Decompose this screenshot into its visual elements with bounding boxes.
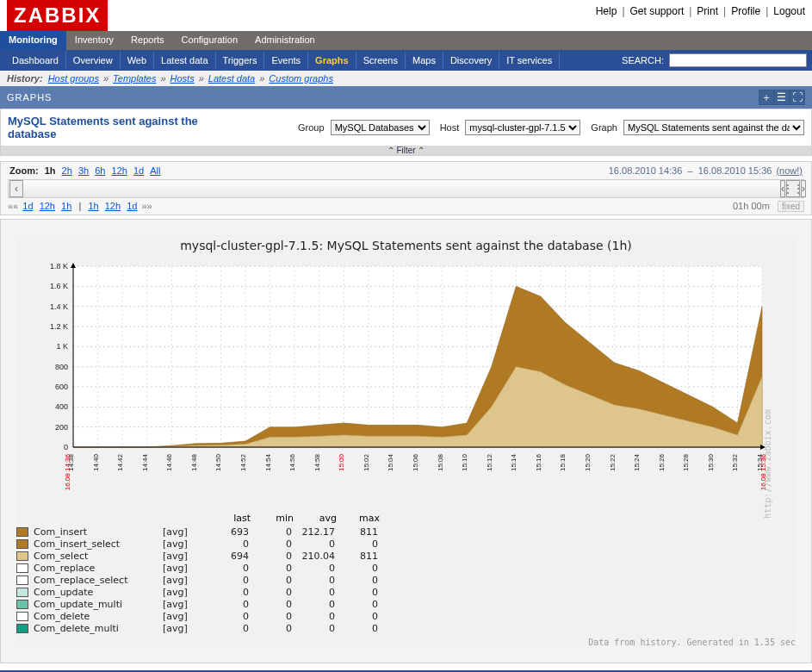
tab-inventory[interactable]: Inventory <box>66 31 122 50</box>
top-link-print[interactable]: Print <box>697 5 718 17</box>
svg-text:200: 200 <box>55 423 68 432</box>
top-link-profile[interactable]: Profile <box>731 5 760 17</box>
zoom-1h[interactable]: 1h <box>45 165 56 176</box>
sub-nav: DashboardOverviewWebLatest dataTriggersE… <box>0 50 812 71</box>
zoom-3h[interactable]: 3h <box>78 165 89 176</box>
history-hosts[interactable]: Hosts <box>170 73 195 84</box>
svg-text:14:50: 14:50 <box>214 453 222 471</box>
host-label: Host <box>440 122 460 133</box>
tab-maps[interactable]: Maps <box>406 52 443 69</box>
time-now[interactable]: (now!) <box>776 165 803 176</box>
legend-row-com_insert: Com_insert [avg] 693 0 212.17 811 <box>16 526 796 538</box>
tab-dashboard[interactable]: Dashboard <box>5 52 66 69</box>
svg-text:14:56: 14:56 <box>288 453 296 471</box>
search-input[interactable] <box>669 53 807 67</box>
tab-latest data[interactable]: Latest data <box>154 52 215 69</box>
watermark: http://www.zabbix.com <box>762 409 772 518</box>
svg-text:14:46: 14:46 <box>165 453 173 471</box>
svg-text:15:08: 15:08 <box>437 453 444 471</box>
tab-monitoring[interactable]: Monitoring <box>0 31 66 50</box>
history-templates[interactable]: Templates <box>113 73 156 84</box>
tab-graphs[interactable]: Graphs <box>308 52 356 69</box>
svg-text:15:00: 15:00 <box>338 453 345 471</box>
nav-prev-12h[interactable]: 12h <box>40 201 55 211</box>
slider-handle-left[interactable]: ‹ <box>9 180 23 197</box>
svg-text:15:28: 15:28 <box>682 453 690 471</box>
legend-row-com_delete: Com_delete [avg] 0 0 0 0 <box>16 610 796 622</box>
nav-next-1d[interactable]: 1d <box>127 201 137 211</box>
nav-next-12h[interactable]: 12h <box>105 201 121 211</box>
tab-overview[interactable]: Overview <box>66 52 121 69</box>
history-latest data[interactable]: Latest data <box>208 73 255 84</box>
slider-handle-grip-3[interactable]: › <box>801 180 806 197</box>
tab-discovery[interactable]: Discovery <box>443 52 499 69</box>
top-link-help[interactable]: Help <box>596 5 617 17</box>
svg-text:16.08 14:36: 16.08 14:36 <box>64 453 71 490</box>
graph-select[interactable]: MySQL Statements sent against the databa… <box>623 120 804 135</box>
host-select[interactable]: mysql-cluster-gpl-7.1.5 <box>465 120 580 135</box>
legend-row-com_select: Com_select [avg] 694 0 210.04 811 <box>16 550 796 562</box>
tab-administration[interactable]: Administration <box>246 31 324 50</box>
tab-triggers[interactable]: Triggers <box>216 52 265 69</box>
svg-text:14:54: 14:54 <box>264 453 272 471</box>
svg-text:15:24: 15:24 <box>633 453 641 471</box>
time-from: 16.08.2010 14:36 <box>609 165 683 176</box>
fullscreen-icon[interactable]: ⛶ <box>790 90 805 105</box>
legend-row-com_update_multi: Com_update_multi [avg] 0 0 0 0 <box>16 598 796 610</box>
duration: 01h 00m <box>733 201 770 211</box>
tab-configuration[interactable]: Configuration <box>173 31 246 50</box>
chart-plot: 02004006008001 K1.2 K1.4 K1.6 K1.8 K14:3… <box>16 261 774 502</box>
time-selector: Zoom: 1h 2h 3h 6h 12h 1d All 16.08.2010 … <box>0 161 812 215</box>
svg-text:14:40: 14:40 <box>92 453 100 471</box>
zoom-1d[interactable]: 1d <box>133 165 144 176</box>
svg-text:15:26: 15:26 <box>658 453 666 471</box>
group-select[interactable]: MySQL Databases <box>331 120 430 135</box>
history-custom graphs[interactable]: Custom graphs <box>269 73 333 84</box>
chart-title: mysql-cluster-gpl-7.1.5: MySQL Statement… <box>16 235 796 261</box>
generation-note: Data from history. Generated in 1.35 sec <box>16 638 796 647</box>
svg-text:1.8 K: 1.8 K <box>50 262 68 271</box>
logo[interactable]: ZABBIX <box>7 0 108 31</box>
legend-row-com_update: Com_update [avg] 0 0 0 0 <box>16 586 796 598</box>
legend-row-com_replace_select: Com_replace_select [avg] 0 0 0 0 <box>16 574 796 586</box>
zoom-label: Zoom: <box>9 165 39 176</box>
tab-events[interactable]: Events <box>264 52 308 69</box>
svg-text:15:14: 15:14 <box>510 453 518 471</box>
svg-text:0: 0 <box>64 443 68 451</box>
top-link-get support[interactable]: Get support <box>630 5 685 17</box>
nav-next-1h[interactable]: 1h <box>88 201 98 211</box>
zoom-6h[interactable]: 6h <box>95 165 105 176</box>
slider-handle-grip-2[interactable]: ⋮⋮ <box>786 180 800 197</box>
nav-prev-1h[interactable]: 1h <box>61 201 71 211</box>
top-link-logout[interactable]: Logout <box>773 5 805 17</box>
svg-text:15:06: 15:06 <box>412 453 419 471</box>
zoom-All[interactable]: All <box>150 165 160 176</box>
svg-text:15:20: 15:20 <box>584 453 592 471</box>
history-host groups[interactable]: Host groups <box>48 73 99 84</box>
svg-marker-81 <box>71 263 76 268</box>
svg-text:800: 800 <box>55 363 68 371</box>
tab-screens[interactable]: Screens <box>356 52 406 69</box>
zoom-12h[interactable]: 12h <box>112 165 127 176</box>
zoom-2h[interactable]: 2h <box>62 165 72 176</box>
page-header: GRAPHS <box>7 92 52 103</box>
time-slider[interactable]: ‹ ‹ ⋮⋮ › <box>8 179 804 198</box>
svg-text:15:16: 15:16 <box>535 453 542 471</box>
svg-text:14:48: 14:48 <box>190 453 198 471</box>
time-to: 16.08.2010 15:36 <box>698 165 772 176</box>
tab-it services[interactable]: IT services <box>499 52 560 69</box>
legend-row-com_insert_select: Com_insert_select [avg] 0 0 0 0 <box>16 538 796 550</box>
svg-text:1.2 K: 1.2 K <box>50 322 68 331</box>
toggle-icon[interactable]: ☰ <box>774 90 790 105</box>
tab-web[interactable]: Web <box>121 52 154 69</box>
add-icon[interactable]: ＋ <box>759 90 774 105</box>
svg-text:15:10: 15:10 <box>461 453 468 471</box>
svg-text:15:02: 15:02 <box>363 453 370 471</box>
tab-reports[interactable]: Reports <box>122 31 173 50</box>
filter-toggle[interactable]: ⌃ Filter ⌃ <box>0 146 812 156</box>
svg-text:15:04: 15:04 <box>387 453 394 471</box>
svg-text:15:30: 15:30 <box>707 453 715 471</box>
svg-text:1.6 K: 1.6 K <box>50 282 68 290</box>
nav-prev-1d[interactable]: 1d <box>22 201 33 211</box>
svg-text:14:58: 14:58 <box>313 453 321 471</box>
